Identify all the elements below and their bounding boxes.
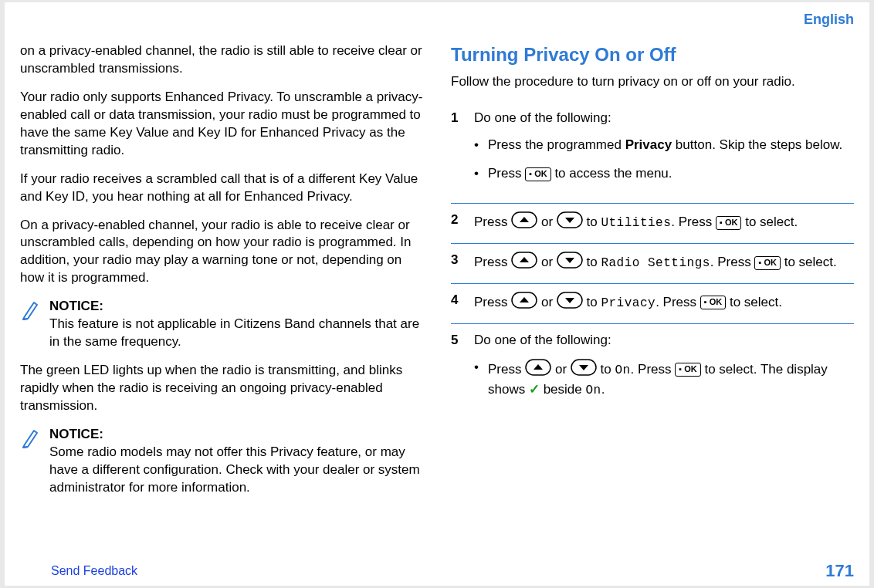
- check-icon: ✓: [529, 382, 540, 397]
- sub-item: • Press the programmed Privacy button. S…: [474, 137, 854, 154]
- step-body: Press or to Utilities. Press ▪ OK to sel…: [474, 211, 854, 234]
- notice-text: This feature is not applicable in Citize…: [49, 316, 419, 349]
- section-heading: Turning Privacy On or Off: [451, 42, 854, 67]
- step-body: Do one of the following: • Press or to: [474, 332, 854, 410]
- ok-button-icon: ▪ OK: [525, 167, 550, 181]
- svg-line-1: [23, 447, 28, 448]
- text: to access the menu.: [554, 166, 672, 181]
- up-arrow-icon: [525, 359, 551, 381]
- sub-content: Press the programmed Privacy button. Ski…: [488, 137, 854, 154]
- bullet-icon: •: [474, 165, 480, 183]
- step-item: 1 Do one of the following: • Press the p…: [451, 102, 854, 203]
- text: beside: [544, 382, 586, 397]
- right-column: Turning Privacy On or Off Follow the pro…: [451, 42, 854, 508]
- paragraph: If your radio receives a scrambled call …: [20, 171, 423, 206]
- step-body: Press or to Radio Settings. Press ▪ OK t…: [474, 252, 854, 274]
- text: . Press: [656, 295, 700, 309]
- bullet-icon: •: [474, 137, 480, 154]
- sub-content: Press ▪ OK to access the menu.: [488, 165, 854, 183]
- ok-button-icon: ▪ OK: [716, 216, 741, 230]
- notice-title: NOTICE:: [49, 299, 103, 313]
- ok-button-icon: ▪ OK: [754, 256, 780, 270]
- down-arrow-icon: [557, 211, 583, 234]
- step-item: 2 Press or to Utilities. Press ▪ OK to s…: [451, 203, 854, 243]
- sub-content: Press or to On. Press ▪ OK to select. Th…: [488, 359, 854, 400]
- paragraph: Your radio only supports Enhanced Privac…: [20, 89, 423, 160]
- step-number: 5: [451, 332, 463, 410]
- step-lead: Do one of the following:: [474, 333, 611, 347]
- sub-list: • Press the programmed Privacy button. S…: [474, 137, 854, 183]
- text: to select.: [745, 215, 798, 229]
- step-number: 1: [451, 110, 463, 194]
- intro-text: Follow the procedure to turn privacy on …: [451, 73, 854, 91]
- text: to select.: [730, 295, 782, 309]
- notice-title: NOTICE:: [49, 427, 103, 441]
- menu-label: Privacy: [601, 296, 656, 310]
- notice-block: NOTICE: Some radio models may not offer …: [20, 426, 423, 497]
- sub-item: • Press or to On. Press ▪ OK t: [474, 359, 854, 400]
- step-item: 3 Press or to Radio Settings. Press ▪ OK…: [451, 243, 854, 283]
- text: to: [587, 215, 601, 229]
- text: Press the programmed: [488, 137, 625, 152]
- step-item: 4 Press or to Privacy. Press ▪ OK to sel…: [451, 283, 854, 323]
- step-number: 4: [451, 292, 463, 314]
- step-body: Do one of the following: • Press the pro…: [474, 110, 854, 194]
- paragraph: On a privacy-enabled channel, your radio…: [20, 217, 423, 288]
- down-arrow-icon: [557, 292, 583, 314]
- steps-list: 1 Do one of the following: • Press the p…: [451, 102, 854, 419]
- notice-body: NOTICE: This feature is not applicable i…: [49, 298, 423, 351]
- bullet-icon: •: [474, 359, 480, 400]
- text: . Press: [710, 255, 755, 269]
- svg-line-0: [23, 319, 28, 319]
- up-arrow-icon: [511, 211, 537, 234]
- step-number: 3: [451, 252, 463, 274]
- ok-button-icon: ▪ OK: [700, 296, 726, 309]
- up-arrow-icon: [511, 252, 537, 274]
- text: Press: [488, 166, 525, 181]
- footer: Send Feedback 171: [51, 561, 854, 581]
- paragraph: on a privacy-enabled channel, the radio …: [20, 42, 423, 78]
- menu-label: Utilities: [601, 216, 671, 230]
- step-lead: Do one of the following:: [474, 110, 611, 125]
- menu-label: On: [585, 384, 601, 397]
- notice-block: NOTICE: This feature is not applicable i…: [20, 298, 423, 351]
- content-columns: on a privacy-enabled channel, the radio …: [20, 42, 854, 508]
- text: or: [541, 255, 557, 269]
- left-column: on a privacy-enabled channel, the radio …: [20, 42, 423, 508]
- down-arrow-icon: [557, 252, 583, 274]
- send-feedback-link[interactable]: Send Feedback: [51, 564, 137, 578]
- text: or: [541, 215, 557, 229]
- text: to select.: [784, 255, 837, 269]
- notice-icon: [20, 427, 42, 449]
- bold-label: Privacy: [625, 137, 672, 152]
- text: Press: [488, 362, 525, 377]
- text: to: [601, 362, 615, 377]
- down-arrow-icon: [571, 359, 597, 381]
- notice-icon: [20, 299, 42, 321]
- menu-label: On: [615, 363, 630, 377]
- text: or: [541, 295, 557, 309]
- text: to: [587, 295, 601, 309]
- text: button. Skip the steps below.: [672, 137, 842, 152]
- text: or: [555, 362, 571, 377]
- text: Press: [474, 215, 511, 229]
- text: . Press: [631, 362, 676, 377]
- page: English on a privacy-enabled channel, th…: [5, 2, 869, 586]
- notice-body: NOTICE: Some radio models may not offer …: [49, 426, 423, 497]
- sub-item: • Press ▪ OK to access the menu.: [474, 165, 854, 183]
- text: Press: [474, 295, 511, 309]
- up-arrow-icon: [511, 292, 537, 314]
- paragraph: The green LED lights up when the radio i…: [20, 362, 423, 415]
- notice-text: Some radio models may not offer this Pri…: [49, 444, 420, 495]
- text: .: [601, 382, 605, 397]
- sub-list: • Press or to On. Press ▪ OK t: [474, 359, 854, 400]
- text: Press: [474, 255, 511, 269]
- text: . Press: [671, 215, 716, 229]
- ok-button-icon: ▪ OK: [675, 363, 700, 377]
- step-item: 5 Do one of the following: • Press or: [451, 323, 854, 419]
- language-label: English: [804, 12, 854, 28]
- text: to: [587, 255, 601, 269]
- step-number: 2: [451, 211, 463, 234]
- menu-label: Radio Settings: [601, 256, 710, 270]
- page-number: 171: [825, 561, 854, 581]
